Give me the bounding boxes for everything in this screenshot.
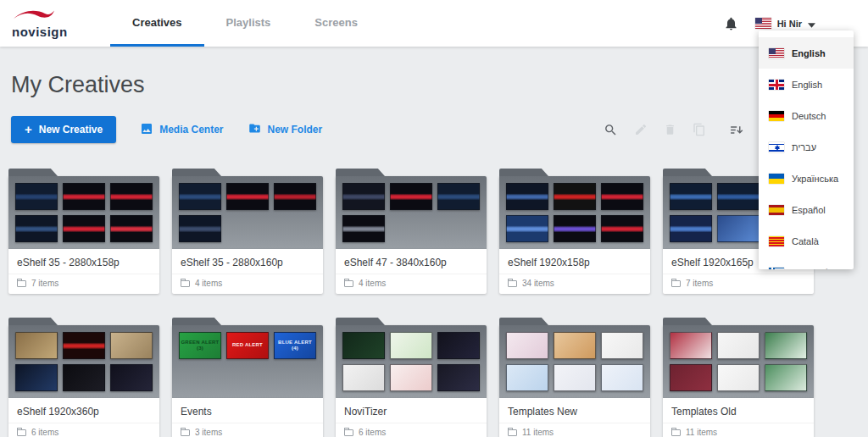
creative-thumbnail: [554, 332, 596, 359]
nav-tab-playlists[interactable]: Playlists: [204, 0, 293, 47]
folder-tab: [8, 169, 58, 176]
folder-thumbnails: GREEN ALERT (3)RED ALERTBLUE ALERT (4): [172, 325, 323, 398]
folder-name: Templates New: [499, 398, 650, 423]
creative-thumbnail: [110, 215, 153, 242]
creative-thumbnail: [717, 364, 760, 391]
language-label: Español: [792, 205, 826, 215]
language-option-de[interactable]: Deutsch: [759, 100, 854, 131]
language-option-es[interactable]: Español: [759, 194, 854, 225]
language-option-ua[interactable]: Українська: [759, 163, 854, 194]
duplicate-icon[interactable]: [693, 123, 706, 136]
creative-thumbnail: [179, 183, 221, 210]
folder-thumbnails: [8, 325, 159, 398]
media-icon: [140, 122, 153, 138]
new-folder-button[interactable]: New Folder: [248, 122, 323, 137]
creative-thumbnail: [342, 364, 385, 391]
user-greeting: Hi Nir: [777, 19, 802, 29]
folder-footer: eShelf 1920x158p34 items: [499, 249, 650, 294]
folder-items-count: 4 items: [172, 274, 323, 294]
folder-card[interactable]: GREEN ALERT (3)RED ALERTBLUE ALERT (4)Ev…: [172, 318, 323, 437]
creative-thumbnail: [226, 183, 269, 210]
media-center-label: Media Center: [159, 124, 223, 136]
folder-footer: Templates New11 items: [499, 398, 650, 437]
search-icon[interactable]: [604, 123, 618, 137]
creative-thumbnail: [670, 364, 712, 391]
us-flag-icon: [755, 18, 771, 29]
main-content: My Creatives + New Creative Media Center…: [0, 47, 868, 437]
creative-thumbnail: [15, 183, 58, 210]
language-option-gb[interactable]: English: [759, 69, 854, 100]
creative-thumbnail: [274, 183, 316, 210]
logo-swoosh-icon: [12, 8, 56, 25]
creative-thumbnail: [390, 183, 432, 210]
folder-icon: [17, 429, 26, 436]
creative-thumbnail: [63, 183, 105, 210]
folder-tab: [172, 318, 221, 325]
folder-thumbnails: [499, 325, 650, 398]
creative-thumbnail: [506, 215, 548, 242]
creative-thumbnail: [506, 332, 548, 359]
folder-tab: [663, 318, 712, 325]
creative-thumbnail: [63, 332, 105, 359]
creative-thumbnail: [15, 364, 58, 391]
creative-thumbnail: [110, 364, 153, 391]
creative-thumbnail: [554, 364, 596, 391]
sort-icon[interactable]: [729, 123, 743, 137]
toolbar: + New Creative Media Center New Folder: [11, 116, 857, 143]
creative-thumbnail: [437, 364, 480, 391]
language-option-us[interactable]: English: [759, 37, 854, 69]
folder-items-count: 34 items: [499, 274, 650, 294]
folder-name: eShelf 35 - 2880x160p: [172, 249, 323, 274]
language-label: Українська: [792, 174, 838, 184]
new-creative-label: New Creative: [39, 124, 103, 136]
gb-flag-icon: [769, 80, 784, 90]
folder-card[interactable]: eShelf 47 - 3840x160p4 items: [336, 169, 487, 294]
language-label: English: [792, 48, 826, 58]
folder-thumbnails: [336, 176, 487, 249]
folder-card[interactable]: Templates New11 items: [499, 318, 650, 437]
folder-name: eShelf 35 - 2880x158p: [8, 249, 159, 274]
nav-tab-screens[interactable]: Screens: [292, 0, 380, 47]
language-option-il[interactable]: עברית: [759, 131, 854, 163]
creative-thumbnail: RED ALERT: [226, 332, 269, 359]
chevron-down-icon: [808, 16, 815, 31]
folder-card[interactable]: eShelf 35 - 2880x160p4 items: [172, 169, 323, 294]
de-flag-icon: [769, 111, 784, 121]
items-count-label: 34 items: [522, 279, 554, 288]
folder-card[interactable]: eShelf 1920x158p34 items: [499, 169, 650, 294]
nav-tab-creatives[interactable]: Creatives: [110, 0, 204, 47]
user-menu[interactable]: Hi Nir: [755, 16, 815, 31]
creative-thumbnail: [437, 183, 480, 210]
language-option-ct[interactable]: Català: [759, 225, 854, 257]
folder-items-count: 7 items: [8, 274, 159, 294]
new-creative-button[interactable]: + New Creative: [11, 116, 116, 143]
folder-name: NoviTizer: [336, 398, 487, 423]
media-center-button[interactable]: Media Center: [140, 122, 223, 138]
es-flag-icon: [769, 205, 784, 215]
folder-card[interactable]: NoviTizer6 items: [336, 318, 487, 437]
top-navigation-bar: novisign CreativesPlaylistsScreens Hi Ni…: [0, 0, 868, 47]
creative-thumbnail: [15, 332, 58, 359]
creative-thumbnail: [390, 364, 432, 391]
folder-card[interactable]: Templates Old11 items: [663, 318, 814, 437]
folder-tab: [336, 169, 385, 176]
creative-thumbnail: [179, 215, 221, 242]
delete-icon[interactable]: [664, 123, 676, 136]
folder-thumbnails: [172, 176, 323, 249]
folders-grid: eShelf 35 - 2880x158p7 itemseShelf 35 - …: [8, 169, 827, 437]
creative-thumbnail: [765, 332, 807, 359]
toolbar-actions: [604, 123, 743, 137]
creative-thumbnail: [342, 215, 385, 242]
folder-thumbnails: [663, 325, 814, 398]
notifications-bell-icon[interactable]: [724, 16, 738, 31]
folder-footer: eShelf 35 - 2880x158p7 items: [8, 249, 159, 294]
folder-icon: [17, 280, 26, 287]
language-option-gr[interactable]: Ελληνικά: [759, 257, 854, 269]
folder-card[interactable]: eShelf 35 - 2880x158p7 items: [8, 169, 159, 294]
folder-name: eShelf 1920x360p: [8, 398, 159, 423]
creative-thumbnail: [554, 215, 596, 242]
edit-icon[interactable]: [634, 123, 648, 136]
us-flag-icon: [769, 48, 784, 58]
folder-card[interactable]: eShelf 1920x360p6 items: [8, 318, 159, 437]
folder-footer: Templates Old11 items: [663, 398, 814, 437]
